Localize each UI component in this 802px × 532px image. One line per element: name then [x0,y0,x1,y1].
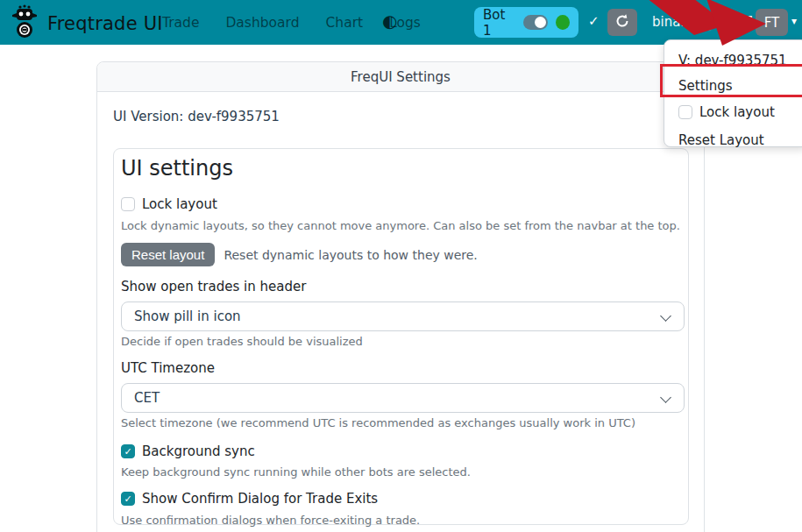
menu-item-reset-layout[interactable]: Reset Layout [664,128,802,153]
confirm-dialog-row[interactable]: ✓ Show Confirm Dialog for Trade Exits [121,491,681,507]
open-trades-description: Decide if open trades should be visualiz… [121,335,681,348]
chevron-down-icon [660,310,671,322]
reset-layout-button[interactable]: Reset layout [121,243,215,266]
timezone-label: UTC Timezone [121,360,681,376]
bot-name-label: Bot 1 [483,7,515,39]
timezone-description: Select timezone (we recommend UTC is rec… [121,416,681,429]
reset-layout-description: Reset dynamic layouts to how they were. [224,248,477,262]
ui-version-label: UI Version: dev-f9935751 [113,109,280,124]
nav-item-dashboard[interactable]: Dashboard [225,15,299,31]
freqtrade-logo-icon [9,4,40,43]
toggle-knob [535,17,546,28]
open-trades-selected-value: Show pill in icon [134,309,241,324]
lock-layout-menu-label: Lock layout [699,104,775,120]
lock-layout-row[interactable]: ✓ Lock layout [121,196,681,212]
card-header: FreqUI Settings [97,62,704,92]
brand-title: Freqtrade UI [47,13,163,34]
settings-card: FreqUI Settings UI Version: dev-f9935751… [96,61,705,532]
lock-layout-label: Lock layout [142,196,217,212]
timezone-select[interactable]: CET [121,383,685,413]
bot-selector[interactable]: Bot 1 [474,7,578,38]
check-icon: ✓ [124,494,131,504]
bot-toggle-switch[interactable] [523,15,548,30]
chevron-down-icon [660,392,671,403]
reload-icon [614,13,630,32]
menu-item-lock-layout[interactable]: ✓ Lock layout [664,99,802,124]
reload-button[interactable] [607,9,637,36]
navbar: Freqtrade UI Trade Dashboard Chart Logs … [0,0,802,45]
confirm-dialog-label: Show Confirm Dialog for Trade Exits [142,491,378,507]
open-trades-label: Show open trades in header [121,279,681,294]
background-sync-row[interactable]: ✓ Background sync [121,443,681,459]
timezone-selected-value: CET [134,390,160,406]
user-avatar-button[interactable]: FT [756,9,788,36]
brand[interactable]: Freqtrade UI [9,4,163,43]
background-sync-checkbox[interactable]: ✓ [121,444,135,458]
background-sync-description: Keep background sync running while other… [121,465,681,479]
theme-toggle-icon[interactable]: ◐ [382,11,397,32]
caret-down-icon[interactable]: ▾ [791,15,797,27]
check-icon: ✓ [588,13,600,29]
open-trades-select[interactable]: Show pill in icon [121,301,685,331]
check-icon: ✓ [124,447,131,457]
menu-item-version: V: dev-f9935751 [664,48,802,74]
reset-layout-row: Reset layout Reset dynamic layouts to ho… [121,243,681,266]
background-sync-label: Background sync [142,443,255,459]
menu-item-settings[interactable]: Settings [664,74,802,99]
lock-layout-description: Lock dynamic layouts, so they cannot mov… [121,219,681,232]
ui-settings-section: UI settings ✓ Lock layout Lock dynamic l… [113,148,689,525]
nav-item-trade[interactable]: Trade [162,15,199,31]
lock-layout-checkbox[interactable]: ✓ [121,197,135,211]
confirm-dialog-description: Use confirmation dialogs when force-exit… [121,514,681,527]
section-title: UI settings [121,156,681,181]
lock-layout-menu-checkbox[interactable]: ✓ [678,105,692,119]
nav-item-chart[interactable]: Chart [326,15,364,31]
user-dropdown-menu: V: dev-f9935751 Settings ✓ Lock layout R… [664,39,802,147]
confirm-dialog-checkbox[interactable]: ✓ [121,492,135,506]
login-info-label: binance_USDT1 [652,14,756,30]
bot-online-indicator [556,15,570,30]
